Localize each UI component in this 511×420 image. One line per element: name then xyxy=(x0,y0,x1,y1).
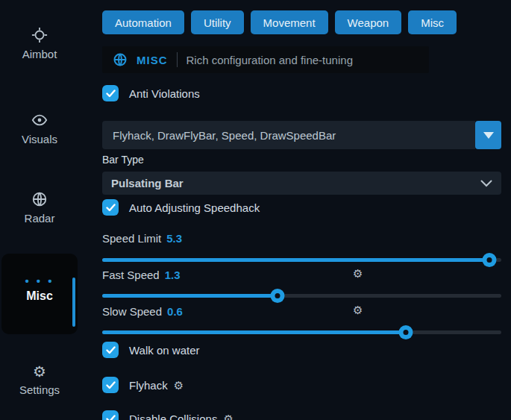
sidebar-item-label: Aimbot xyxy=(22,48,57,60)
bars-select-field[interactable]: Flyhack, DrawFlyBar, Speed, DrawSpeedBar xyxy=(102,121,475,149)
disable-collisions-gear-icon[interactable]: ⚙ xyxy=(223,413,233,420)
slow-speed-slider[interactable] xyxy=(102,325,501,339)
auto-adjusting-label: Auto Adjusting Speedhack xyxy=(129,201,260,214)
sidebar-item-radar[interactable]: Radar xyxy=(0,191,79,225)
disable-collisions-row: Disable Collisions ⚙ xyxy=(102,410,233,420)
header-divider xyxy=(177,52,178,67)
triangle-down-icon xyxy=(483,132,494,139)
walk-on-water-row: Walk on water xyxy=(102,342,199,358)
bar-type-label: Bar Type xyxy=(102,154,144,166)
gear-icon: ⚙ xyxy=(33,364,46,379)
speed-limit-slider[interactable] xyxy=(102,253,501,266)
bar-type-value: Pulsating Bar xyxy=(111,177,184,189)
sidebar-item-misc[interactable]: • • • Misc xyxy=(0,278,79,303)
slider-fill xyxy=(102,258,489,262)
fast-speed-slider[interactable] xyxy=(102,289,501,302)
flyhack-checkbox[interactable] xyxy=(102,377,119,393)
auto-adjusting-checkbox[interactable] xyxy=(102,199,119,216)
speed-limit-label-row: Speed Limit5.3 xyxy=(102,232,501,245)
fast-speed-label-row: Fast Speed1.3 ⚙ xyxy=(102,269,501,281)
slider-fill xyxy=(102,294,278,298)
sidebar-item-visuals[interactable]: Visuals xyxy=(0,112,79,145)
slow-speed-value: 0.6 xyxy=(167,305,183,318)
bars-select-dropdown-button[interactable] xyxy=(475,121,501,149)
ellipsis-icon: • • • xyxy=(25,278,54,285)
section-header: MISC Rich configuration and fine-tuning xyxy=(102,46,429,73)
slider-fill xyxy=(102,330,406,334)
tab-misc[interactable]: Misc xyxy=(408,10,457,34)
walk-on-water-label: Walk on water xyxy=(129,344,199,357)
sidebar-item-label: Radar xyxy=(25,212,55,225)
slow-speed-gear-icon[interactable]: ⚙ xyxy=(353,304,363,316)
chevron-down-icon xyxy=(480,180,492,187)
eye-icon xyxy=(31,112,48,128)
sidebar-item-settings[interactable]: ⚙ Settings xyxy=(0,364,79,396)
globe-icon xyxy=(113,52,128,67)
bars-select: Flyhack, DrawFlyBar, Speed, DrawSpeedBar xyxy=(102,121,501,149)
auto-adjusting-row: Auto Adjusting Speedhack xyxy=(102,199,260,216)
slow-speed-label: Slow Speed xyxy=(102,305,162,318)
slow-speed-label-row: Slow Speed0.6 ⚙ xyxy=(102,305,501,318)
flyhack-label: Flyhack xyxy=(129,379,168,392)
fast-speed-gear-icon[interactable]: ⚙ xyxy=(353,268,363,279)
speed-limit-label: Speed Limit xyxy=(102,232,161,245)
tab-automation[interactable]: Automation xyxy=(102,10,184,34)
walk-on-water-checkbox[interactable] xyxy=(102,342,119,358)
mod-menu-window: { "colors": { "accent": "#21a0e8", "tab_… xyxy=(0,0,511,420)
category-tabs: Automation Utility Movement Weapon Misc xyxy=(102,10,457,34)
anti-violations-row: Anti Violations xyxy=(102,85,200,101)
slow-speed-slider-handle[interactable] xyxy=(398,325,413,339)
sidebar-item-aimbot[interactable]: Aimbot xyxy=(0,27,79,60)
tab-weapon[interactable]: Weapon xyxy=(335,10,402,34)
speed-limit-slider-handle[interactable] xyxy=(482,253,496,267)
fast-speed-value: 1.3 xyxy=(165,269,181,281)
sidebar-item-label: Settings xyxy=(19,383,60,396)
disable-collisions-checkbox[interactable] xyxy=(102,410,119,420)
anti-violations-label: Anti Violations xyxy=(129,87,200,100)
flyhack-row: Flyhack ⚙ xyxy=(102,377,184,393)
sidebar-item-label: Visuals xyxy=(22,133,57,145)
globe-icon xyxy=(31,191,48,207)
tab-utility[interactable]: Utility xyxy=(191,10,244,34)
speed-limit-value: 5.3 xyxy=(166,232,182,245)
sidebar-item-label: Misc xyxy=(26,289,53,303)
fast-speed-slider-handle[interactable] xyxy=(271,289,285,303)
crosshair-icon xyxy=(31,27,48,43)
section-subtitle: Rich configuration and fine-tuning xyxy=(186,54,353,66)
flyhack-gear-icon[interactable]: ⚙ xyxy=(174,380,184,391)
disable-collisions-label: Disable Collisions xyxy=(129,413,217,420)
tab-movement[interactable]: Movement xyxy=(251,10,328,34)
sidebar: Aimbot Visuals Radar • • • Misc ⚙ Settin… xyxy=(0,0,97,420)
section-title: MISC xyxy=(137,54,168,66)
anti-violations-checkbox[interactable] xyxy=(102,85,119,101)
fast-speed-label: Fast Speed xyxy=(102,269,160,281)
bar-type-select[interactable]: Pulsating Bar xyxy=(102,172,501,195)
